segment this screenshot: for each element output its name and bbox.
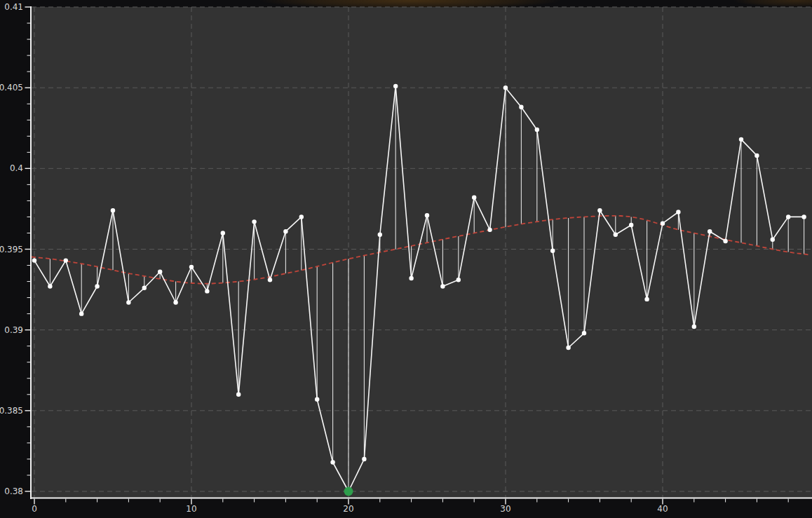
data-point-marker[interactable] [582, 331, 586, 335]
data-point-marker[interactable] [708, 229, 712, 233]
data-point-marker[interactable] [32, 258, 36, 262]
data-point-marker[interactable] [64, 258, 68, 262]
plot-area[interactable] [32, 7, 812, 498]
data-point-marker[interactable] [644, 297, 649, 301]
data-point-marker[interactable] [440, 284, 445, 288]
data-point-marker[interactable] [629, 223, 633, 227]
data-point-marker[interactable] [456, 278, 461, 282]
highlight-point[interactable] [344, 487, 353, 496]
data-point-marker[interactable] [79, 311, 83, 315]
x-axis-tick-label: 30 [500, 504, 510, 514]
data-point-marker[interactable] [519, 105, 523, 109]
data-point-marker[interactable] [755, 154, 759, 158]
x-axis-tick-label: 20 [343, 504, 353, 514]
y-axis-tick-label: 0.405 [0, 83, 23, 93]
y-axis-tick-label: 0.385 [0, 406, 23, 416]
y-axis-tick-label: 0.4 [10, 163, 23, 173]
data-point-marker[interactable] [362, 457, 366, 461]
data-point-marker[interactable] [801, 214, 806, 219]
data-point-marker[interactable] [221, 231, 225, 235]
data-point-marker[interactable] [597, 208, 602, 212]
data-point-marker[interactable] [472, 196, 476, 200]
y-axis-tick-label: 0.395 [0, 245, 23, 254]
x-axis-tick-label: 40 [657, 504, 668, 514]
data-point-marker[interactable] [189, 265, 194, 269]
chart-canvas[interactable]: 0.380.3850.390.3950.40.4050.41010203040 [0, 0, 812, 518]
data-point-marker[interactable] [283, 229, 287, 233]
data-point-marker[interactable] [173, 300, 177, 304]
data-point-marker[interactable] [503, 86, 508, 90]
data-point-marker[interactable] [692, 325, 696, 329]
data-point-marker[interactable] [268, 278, 272, 282]
data-point-marker[interactable] [739, 137, 743, 142]
data-point-marker[interactable] [676, 210, 680, 214]
data-point-marker[interactable] [771, 237, 775, 241]
data-point-marker[interactable] [393, 84, 398, 88]
data-point-marker[interactable] [48, 284, 52, 288]
data-point-marker[interactable] [535, 128, 539, 132]
data-point-marker[interactable] [236, 393, 241, 397]
data-point-marker[interactable] [550, 249, 555, 253]
data-point-marker[interactable] [252, 219, 256, 224]
data-point-marker[interactable] [378, 233, 382, 237]
data-point-marker[interactable] [614, 233, 618, 237]
data-point-marker[interactable] [487, 228, 492, 232]
y-axis-tick-label: 0.38 [4, 486, 23, 496]
x-axis-tick-label: 0 [32, 504, 37, 514]
data-point-marker[interactable] [142, 286, 147, 290]
x-axis-tick-label: 10 [186, 504, 196, 514]
data-point-marker[interactable] [315, 397, 319, 402]
data-point-marker[interactable] [330, 460, 334, 464]
data-point-marker[interactable] [111, 208, 115, 212]
data-point-marker[interactable] [723, 239, 727, 243]
data-point-marker[interactable] [661, 221, 665, 225]
y-axis-tick-label: 0.39 [4, 325, 23, 335]
data-point-marker[interactable] [425, 213, 429, 217]
data-point-marker[interactable] [786, 214, 790, 219]
chart-window: 0.380.3850.390.3950.40.4050.41010203040 [0, 0, 812, 518]
data-point-marker[interactable] [158, 270, 162, 274]
data-point-marker[interactable] [299, 214, 304, 219]
y-axis-tick-label: 0.41 [4, 2, 23, 12]
data-point-marker[interactable] [126, 300, 130, 304]
data-point-marker[interactable] [566, 346, 570, 350]
data-point-marker[interactable] [205, 289, 209, 293]
data-point-marker[interactable] [409, 276, 413, 280]
data-point-marker[interactable] [95, 284, 99, 288]
